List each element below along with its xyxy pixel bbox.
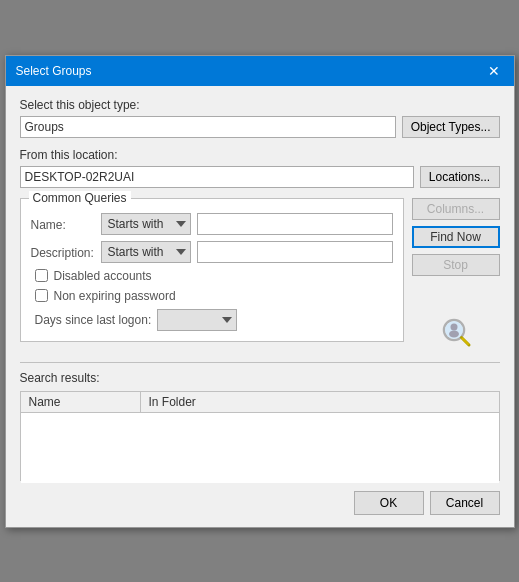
days-select[interactable] [157,309,237,331]
title-bar: Select Groups ✕ [6,56,514,86]
dialog-body: Select this object type: Object Types...… [6,86,514,527]
main-content: Common Queries Name: Starts with Descrip… [20,198,500,354]
location-label: From this location: [20,148,500,162]
divider [20,362,500,363]
name-value-input[interactable] [197,213,393,235]
close-button[interactable]: ✕ [484,61,504,81]
non-expiring-row: Non expiring password [31,289,393,303]
description-row: Description: Starts with [31,241,393,263]
dialog-title: Select Groups [16,64,92,78]
col-name-header[interactable]: Name [21,392,141,412]
ok-button[interactable]: OK [354,491,424,515]
location-input[interactable] [20,166,414,188]
description-condition-select[interactable]: Starts with [101,241,191,263]
locations-button[interactable]: Locations... [420,166,500,188]
object-type-row: Object Types... [20,116,500,138]
search-icon [438,314,474,350]
days-row: Days since last logon: [31,309,393,331]
name-label: Name: [31,216,95,232]
disabled-accounts-label: Disabled accounts [54,269,152,283]
common-queries-groupbox: Common Queries Name: Starts with Descrip… [20,198,404,342]
search-results-label: Search results: [20,371,500,385]
location-row: Locations... [20,166,500,188]
non-expiring-label: Non expiring password [54,289,176,303]
find-now-button[interactable]: Find Now [412,226,500,248]
description-value-input[interactable] [197,241,393,263]
search-icon-area [412,282,500,354]
non-expiring-checkbox[interactable] [35,289,48,302]
results-header: Name In Folder [21,392,499,413]
common-queries-title: Common Queries [29,191,131,205]
cancel-button[interactable]: Cancel [430,491,500,515]
actions-panel: Columns... Find Now Stop [412,198,500,354]
disabled-accounts-checkbox[interactable] [35,269,48,282]
svg-point-3 [449,330,459,337]
columns-button[interactable]: Columns... [412,198,500,220]
name-row: Name: Starts with [31,213,393,235]
description-label: Description: [31,244,95,260]
results-area: Name In Folder [20,391,500,481]
name-condition-select[interactable]: Starts with [101,213,191,235]
days-label: Days since last logon: [35,313,152,327]
results-body [21,413,499,483]
queries-section: Common Queries Name: Starts with Descrip… [20,198,404,354]
object-type-input[interactable] [20,116,396,138]
object-types-button[interactable]: Object Types... [402,116,500,138]
disabled-accounts-row: Disabled accounts [31,269,393,283]
col-folder-header[interactable]: In Folder [141,392,499,412]
svg-point-2 [450,323,457,330]
bottom-buttons: OK Cancel [20,491,500,515]
object-type-label: Select this object type: [20,98,500,112]
stop-button[interactable]: Stop [412,254,500,276]
select-groups-dialog: Select Groups ✕ Select this object type:… [5,55,515,528]
